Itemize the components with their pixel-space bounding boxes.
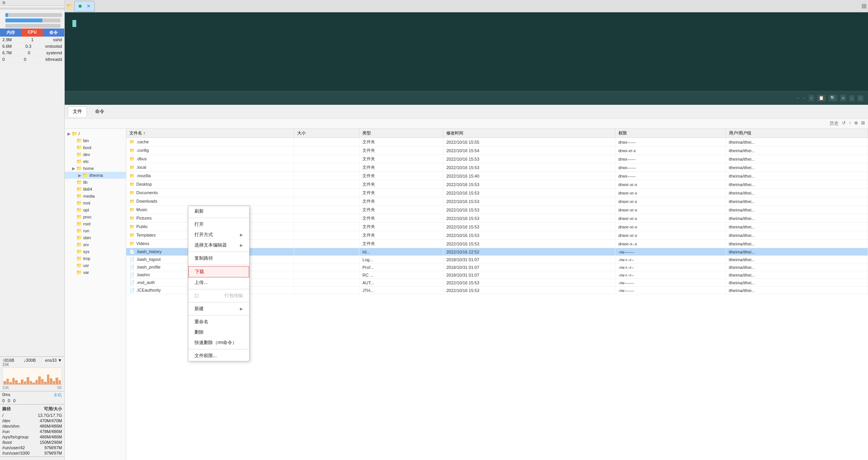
fm-history-button[interactable]: 历史 [829,120,839,127]
tree-item-var[interactable]: 📁 var [65,269,126,276]
table-row[interactable]: 📁.local 文件夹 2022/10/16 15:53 drwx------ … [126,163,868,172]
file-size [294,264,359,271]
fm-tab-files[interactable]: 文件 [68,106,87,117]
mem-row [0,18,64,23]
file-size [294,172,359,180]
tree-item-boot[interactable]: 📁 boot [65,144,126,151]
fm-toolbar: 文件 命令 [65,105,868,119]
tree-toggle[interactable]: ▶ [66,131,72,136]
context-menu-item[interactable]: 选择文本编辑器▶ [188,240,249,250]
search-icon[interactable]: 🔍 [829,95,837,101]
ctx-item-label: 文件权限... [194,353,217,359]
col-size[interactable]: 大小 [294,129,359,138]
col-filename[interactable]: 文件名 ↑ [126,129,294,138]
tree-item-root[interactable]: 📁 root [65,220,126,227]
tree-label: opt [83,208,89,212]
grid-view-icon[interactable]: ⊞ [861,2,866,10]
col-perms[interactable]: 权限 [615,129,726,138]
tree-item-itheima[interactable]: ▶ 📁 itheima [65,172,126,179]
file-size [294,138,359,146]
context-menu-item[interactable]: 重命名 [188,317,249,327]
file-owner: itheima/ithei... [726,163,868,172]
tab-mem[interactable]: 内存 [0,29,22,37]
table-row[interactable]: 📁Desktop 文件夹 2022/10/16 15:53 drwxr-xr-x… [126,180,868,189]
tree-item-mnt[interactable]: 📁 mnt [65,200,126,206]
process-item: 6.6M 0.3 vmtoolsd [0,43,64,50]
table-row[interactable]: 📁Documents 文件夹 2022/10/16 15:53 drwxr-xr… [126,189,868,197]
table-row[interactable]: 📁.mozilla 文件夹 2022/10/16 15:40 drwx-----… [126,172,868,180]
history-button[interactable] [796,97,799,99]
table-row[interactable]: 📁.config 文件夹 2022/10/16 15:54 drwx-xr-x … [126,146,868,155]
tree-item-proc[interactable]: 📁 proc [65,213,126,220]
folder-icon: 📁 [76,145,82,150]
context-menu-item[interactable]: 文件权限... [188,351,249,361]
file-type: 文件夹 [359,172,443,180]
context-menu-item[interactable]: 新建▶ [188,304,249,314]
tree-item-lib64[interactable]: 📁 lib64 [65,186,126,193]
proc-cmd: kthreadd [45,57,62,62]
folder-icon: 📁 [76,200,82,206]
file-type: 文件夹 [359,163,443,172]
copy-terminal-icon[interactable]: 📋 [817,95,826,101]
tab-close-button[interactable]: ✕ [87,3,90,9]
tree-item-run[interactable]: 📁 run [65,227,126,234]
download-icon[interactable]: ↓ [849,95,855,101]
sidebar: 内存 CPU 命令 2.9M 1 sshd 6.6M 0.3 vmtoolsd … [0,0,65,460]
active-tab[interactable]: ✕ [74,1,95,12]
upgrade-link[interactable] [0,457,64,460]
chart-label-10k: 10K [2,386,9,390]
tree-item-lib[interactable]: 📁 lib [65,179,126,186]
file-name: 📁Desktop [126,180,294,189]
tree-item-usr[interactable]: 📁 usr [65,262,126,269]
tree-toggle[interactable]: ▶ [77,173,82,178]
fm-tab-commands[interactable]: 命令 [90,106,109,117]
tree-item-root[interactable]: ▶ 📁 / [65,130,126,137]
col-owner[interactable]: 用户/用户组 [726,129,868,138]
tree-item-etc[interactable]: 📁 etc [65,158,126,165]
table-row[interactable]: 📁Downloads 文件夹 2022/10/16 15:53 drwxr-xr… [126,197,868,206]
tree-item-sys[interactable]: 📁 sys [65,248,126,255]
filter-button[interactable] [803,97,806,99]
context-menu-separator [188,252,249,252]
table-row[interactable]: 📁.dbus 文件夹 2022/10/16 15:53 drwx------ i… [126,155,868,163]
context-menu-item[interactable]: 快速删除（rm命令） [188,337,249,348]
context-menu-item[interactable]: 打开 [188,219,249,230]
tree-item-bin[interactable]: 📁 bin [65,137,126,144]
proc-cpu: 0.3 [25,44,31,49]
tree-item-media[interactable]: 📁 media [65,193,126,200]
tree-item-sbin[interactable]: 📁 sbin [65,234,126,241]
context-menu-item[interactable]: 下载 [188,266,249,277]
col-modified[interactable]: 修改时间 [443,129,615,138]
tree-item-dev[interactable]: 📁 dev [65,151,126,158]
tab-bar: 📁 ✕ ⊞ [65,0,868,12]
table-row[interactable]: 📁.cache 文件夹 2022/10/16 15:55 drwx------ … [126,138,868,146]
col-type[interactable]: 类型 [359,129,443,138]
tab-cpu[interactable]: CPU [22,29,43,37]
tree-label: boot [83,145,91,150]
context-menu-item[interactable]: 上传... [188,277,249,288]
fm-upload-button[interactable]: ⊕ [854,120,858,127]
fm-up-button[interactable]: ↑ [849,120,851,127]
context-menu-item[interactable]: 删除 [188,327,249,337]
fm-refresh-button[interactable]: ↺ [842,120,846,127]
process-tabs[interactable]: 内存 CPU 命令 [0,29,64,37]
file-size [294,197,359,206]
tree-item-opt[interactable]: 📁 opt [65,206,126,213]
maximize-icon[interactable]: □ [858,95,863,101]
settings-icon[interactable]: ⚙ [840,95,846,101]
context-menu-item[interactable]: 刷新 [188,206,249,217]
tree-item-home[interactable]: ▶ 📁 home [65,165,126,172]
file-owner: itheima/ithei... [726,248,868,256]
context-menu-item[interactable]: 打开方式▶ [188,230,249,240]
tab-cmd[interactable]: 命令 [43,29,64,37]
tree-toggle[interactable]: ▶ [71,166,76,171]
ctx-submenu-arrow: ▶ [240,243,243,247]
context-menu-item[interactable]: 复制路径 [188,253,249,264]
tree-item-tmp[interactable]: 📁 tmp [65,255,126,262]
file-owner: itheima/ithei... [726,231,868,240]
power-icon[interactable]: ⚡ [809,95,814,101]
tree-item-srv[interactable]: 📁 srv [65,241,126,248]
file-perms: drwx------ [615,155,726,163]
fm-grid-button[interactable]: ⊞ [861,120,865,127]
tree-label: media [83,194,95,198]
